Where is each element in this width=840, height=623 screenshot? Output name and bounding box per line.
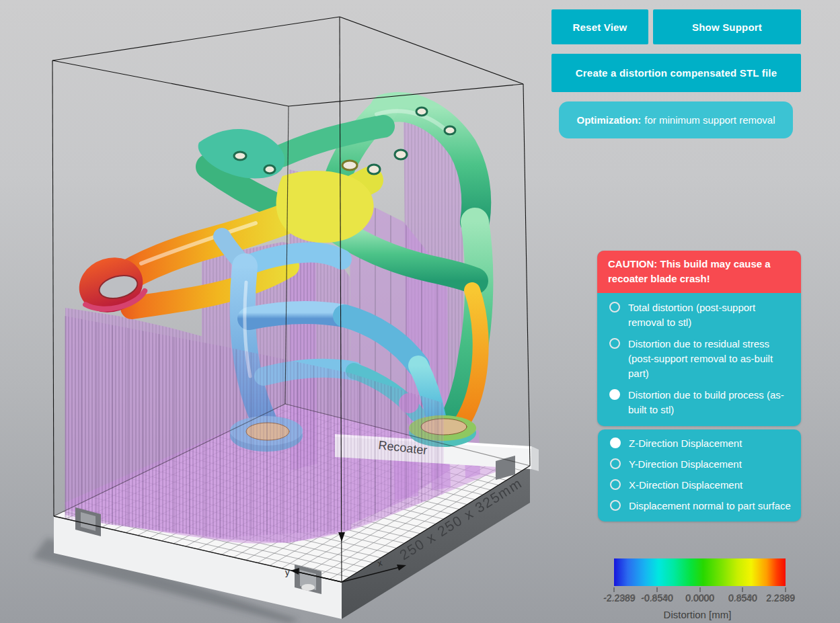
tick-label: 0.0000	[685, 593, 714, 604]
radio-residual-stress[interactable]: Distortion due to residual stress (post-…	[608, 337, 792, 381]
distortion-colorbar-legend: -2.2089-2.2389 -0.6590-0.8540 0.00000.00…	[609, 558, 791, 620]
radio-z-displacement[interactable]: Z-Direction Displacement	[609, 436, 792, 451]
tick-label: -2.2389	[603, 593, 635, 604]
radio-icon[interactable]	[609, 302, 620, 313]
colorbar-ticks	[614, 586, 786, 592]
radio-label: Displacement normal to part surface	[629, 499, 791, 513]
radio-label: Y-Direction Displacement	[629, 457, 742, 472]
radio-icon[interactable]	[609, 389, 620, 400]
optimization-button[interactable]: Optimization: for minimum support remova…	[559, 101, 793, 138]
radio-total-distortion[interactable]: Total distortion (post-support removal t…	[608, 300, 792, 330]
optimization-value: for minimum support removal	[644, 114, 775, 126]
radio-x-displacement[interactable]: X-Direction Displacement	[609, 478, 792, 493]
colorbar-gradient	[614, 558, 786, 586]
colorbar-tick-labels: -2.2089-2.2389 -0.6590-0.8540 0.00000.00…	[614, 593, 786, 605]
radio-normal-displacement[interactable]: Displacement normal to part surface	[609, 499, 792, 513]
radio-icon[interactable]	[610, 479, 621, 490]
radio-label: X-Direction Displacement	[629, 478, 742, 493]
create-compensated-stl-button[interactable]: Create a distortion compensated STL file	[551, 54, 801, 92]
radio-icon[interactable]	[610, 458, 621, 469]
radio-icon[interactable]	[610, 500, 621, 511]
tick-label: -0.8540	[641, 593, 673, 604]
radio-label: Distortion due to residual stress (post-…	[628, 337, 792, 381]
app-root: { "toolbar": { "reset_view": "Reset View…	[0, 0, 840, 623]
radio-build-process[interactable]: Distortion due to build process (as-buil…	[608, 388, 792, 417]
distortion-radio-group: Total distortion (post-support removal t…	[597, 293, 801, 426]
reset-view-button[interactable]: Reset View	[551, 9, 648, 44]
radio-y-displacement[interactable]: Y-Direction Displacement	[609, 457, 792, 472]
distortion-options-panel: CAUTION: This build may cause a recoater…	[597, 251, 801, 426]
colorbar-title: Distortion [mm]	[609, 609, 786, 620]
radio-icon[interactable]	[610, 438, 621, 448]
tick-label: 2.2389	[766, 593, 795, 604]
radio-label: Z-Direction Displacement	[629, 436, 742, 451]
displacement-radio-group: Z-Direction Displacement Y-Direction Dis…	[598, 429, 801, 522]
displacement-options-panel: Z-Direction Displacement Y-Direction Dis…	[598, 429, 801, 522]
optimization-label: Optimization:	[576, 114, 641, 126]
radio-label: Distortion due to build process (as-buil…	[628, 388, 792, 417]
show-support-button[interactable]: Show Support	[653, 9, 801, 44]
caution-banner: CAUTION: This build may cause a recoater…	[597, 251, 801, 293]
radio-label: Total distortion (post-support removal t…	[628, 300, 792, 330]
radio-icon[interactable]	[609, 338, 620, 349]
tick-label: 0.8540	[728, 593, 757, 604]
axis-y-label: y	[285, 567, 290, 577]
